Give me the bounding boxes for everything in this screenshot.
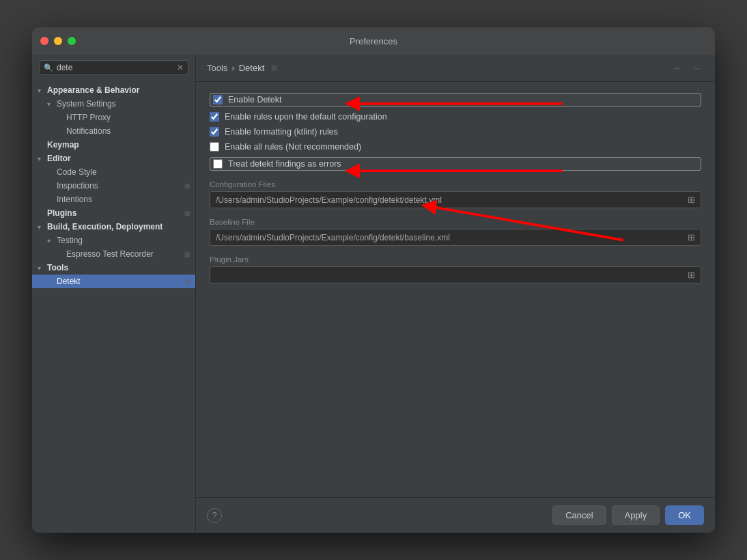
- sidebar-item-testing[interactable]: ▾ Testing: [32, 234, 195, 247]
- sidebar-item-label: Build, Execution, Deployment: [47, 222, 190, 232]
- sidebar-item-editor[interactable]: ▾ Editor: [32, 152, 195, 165]
- sidebar-item-label: Tools: [47, 263, 190, 272]
- window-title: Preferences: [350, 36, 397, 46]
- panel-body: Enable Detekt Enable rules upon the defa…: [196, 82, 715, 497]
- help-button[interactable]: ?: [207, 508, 222, 523]
- config-files-label: Configuration Files: [210, 180, 701, 188]
- search-bar: 🔍 ✕: [32, 55, 195, 81]
- preferences-window: Preferences 🔍 ✕ ▾ Appearance & Behavior: [32, 27, 715, 533]
- sidebar-item-label: System Settings: [57, 99, 190, 109]
- main-content: 🔍 ✕ ▾ Appearance & Behavior ▾ System Set…: [32, 55, 715, 533]
- sidebar: 🔍 ✕ ▾ Appearance & Behavior ▾ System Set…: [32, 55, 196, 533]
- sidebar-item-label: Intentions: [57, 195, 190, 204]
- enable-rules-default-checkbox[interactable]: [210, 112, 219, 122]
- breadcrumb: Tools › Detekt ⊞: [207, 63, 277, 73]
- checkbox-row-enable-all-rules: Enable all rules (Not recommended): [210, 142, 701, 152]
- sidebar-item-tools[interactable]: ▾ Tools: [32, 261, 195, 275]
- titlebar: Preferences: [32, 27, 715, 55]
- clear-search-icon[interactable]: ✕: [177, 63, 184, 72]
- arrow-icon: ▾: [47, 100, 57, 108]
- badge-icon: ⊞: [184, 251, 190, 258]
- arrow-icon: ▾: [47, 237, 57, 244]
- treat-as-errors-label: Treat detekt findings as errors: [228, 159, 341, 169]
- sidebar-tree: ▾ Appearance & Behavior ▾ System Setting…: [32, 81, 195, 533]
- plugin-jars-label: Plugin Jars: [210, 255, 701, 264]
- config-files-input-wrap: ⊞: [210, 191, 701, 208]
- sidebar-item-label: Keymap: [47, 140, 190, 150]
- breadcrumb-separator: ›: [231, 63, 234, 73]
- baseline-file-label: Baseline File: [210, 218, 701, 226]
- sidebar-item-system-settings[interactable]: ▾ System Settings: [32, 97, 195, 111]
- forward-arrow[interactable]: →: [689, 61, 704, 75]
- baseline-file-input[interactable]: [216, 233, 683, 242]
- sidebar-item-keymap[interactable]: Keymap: [32, 138, 195, 152]
- maximize-button[interactable]: [68, 37, 76, 45]
- sidebar-item-build-exec-deploy[interactable]: ▾ Build, Execution, Deployment: [32, 220, 195, 234]
- search-icon: 🔍: [44, 64, 53, 72]
- treat-as-errors-checkbox[interactable]: [213, 159, 223, 169]
- plugin-jars-input-wrap: ⊞: [210, 266, 701, 283]
- enable-rules-default-label: Enable rules upon the default configurat…: [225, 112, 387, 122]
- badge-icon: ⊞: [184, 182, 190, 190]
- sidebar-item-label: Code Style: [57, 167, 190, 177]
- sidebar-item-appearance[interactable]: ▾ Appearance & Behavior: [32, 83, 195, 97]
- sidebar-item-code-style[interactable]: Code Style: [32, 165, 195, 179]
- sidebar-item-label: Plugins: [47, 208, 182, 218]
- sidebar-item-detekt[interactable]: Detekt ⊞: [32, 275, 195, 288]
- plugin-jars-browse-icon[interactable]: ⊞: [688, 270, 695, 280]
- sidebar-item-espresso-test-recorder[interactable]: Espresso Test Recorder ⊞: [32, 247, 195, 261]
- plugin-jars-input[interactable]: [216, 270, 683, 280]
- enable-formatting-checkbox[interactable]: [210, 127, 219, 137]
- sidebar-item-label: Detekt: [57, 277, 182, 286]
- checkbox-row-enable-detekt: Enable Detekt: [210, 93, 701, 107]
- sidebar-item-label: Testing: [57, 236, 190, 245]
- checkbox-row-enable-rules-default: Enable rules upon the default configurat…: [210, 112, 701, 122]
- sidebar-item-label: Editor: [47, 154, 190, 163]
- apply-button[interactable]: Apply: [612, 505, 660, 525]
- sidebar-item-notifications[interactable]: Notifications: [32, 124, 195, 138]
- config-files-browse-icon[interactable]: ⊞: [688, 195, 695, 205]
- sidebar-item-label: Notifications: [66, 126, 190, 136]
- enable-all-rules-checkbox[interactable]: [210, 142, 219, 152]
- baseline-file-group: Baseline File ⊞: [210, 218, 701, 246]
- arrow-icon: ▾: [38, 155, 47, 163]
- sidebar-item-label: Inspections: [57, 181, 182, 191]
- action-buttons: Cancel Apply OK: [552, 505, 704, 525]
- config-files-group: Configuration Files ⊞: [210, 180, 701, 208]
- help-icon: ?: [212, 510, 216, 520]
- config-files-input[interactable]: [216, 195, 683, 205]
- checkbox-row-treat-as-errors: Treat detekt findings as errors: [210, 157, 701, 171]
- arrow-icon: ▾: [38, 264, 47, 272]
- minimize-button[interactable]: [54, 37, 62, 45]
- sidebar-item-inspections[interactable]: Inspections ⊞: [32, 179, 195, 193]
- back-arrow[interactable]: ←: [670, 61, 685, 75]
- breadcrumb-current: Detekt: [239, 63, 265, 73]
- breadcrumb-parent: Tools: [207, 63, 227, 73]
- plugin-jars-group: Plugin Jars ⊞: [210, 255, 701, 283]
- sidebar-item-label: Espresso Test Recorder: [66, 249, 182, 259]
- enable-all-rules-label: Enable all rules (Not recommended): [225, 142, 361, 152]
- sidebar-item-plugins[interactable]: Plugins ⊞: [32, 206, 195, 220]
- traffic-lights: [40, 37, 76, 45]
- sidebar-item-label: Appearance & Behavior: [47, 85, 190, 95]
- cancel-button[interactable]: Cancel: [552, 505, 606, 525]
- arrow-icon: ▾: [38, 223, 47, 231]
- badge-icon: ⊞: [184, 210, 190, 217]
- sidebar-item-http-proxy[interactable]: HTTP Proxy: [32, 111, 195, 124]
- badge-icon: ⊞: [184, 278, 190, 285]
- enable-detekt-label: Enable Detekt: [228, 95, 282, 104]
- enable-detekt-checkbox[interactable]: [213, 95, 223, 104]
- close-button[interactable]: [40, 37, 48, 45]
- sidebar-item-label: HTTP Proxy: [66, 113, 190, 122]
- panel-header: Tools › Detekt ⊞ ← →: [196, 55, 715, 82]
- sidebar-item-intentions[interactable]: Intentions: [32, 193, 195, 206]
- arrow-icon: ▾: [38, 87, 47, 94]
- checkbox-row-enable-formatting: Enable formatting (ktlint) rules: [210, 127, 701, 137]
- search-input[interactable]: [57, 63, 177, 72]
- pin-icon: ⊞: [271, 64, 277, 72]
- baseline-file-browse-icon[interactable]: ⊞: [688, 232, 695, 242]
- search-input-wrap: 🔍 ✕: [39, 60, 188, 75]
- enable-formatting-label: Enable formatting (ktlint) rules: [225, 127, 338, 137]
- ok-button[interactable]: OK: [665, 505, 704, 525]
- bottom-bar: ? Cancel Apply OK: [196, 497, 715, 533]
